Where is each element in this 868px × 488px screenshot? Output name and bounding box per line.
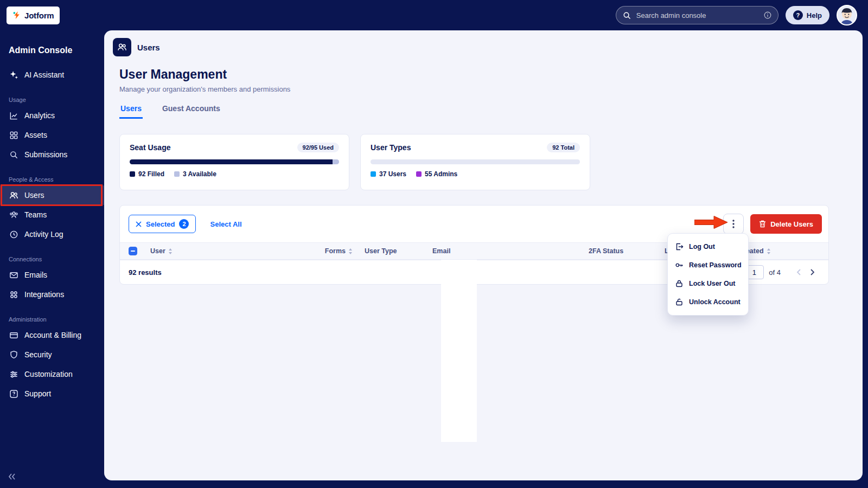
sidebar-item-ai-assistant[interactable]: AI Assistant [0, 65, 104, 85]
sidebar-item-assets[interactable]: Assets [0, 125, 104, 145]
question-icon: ? [793, 10, 803, 20]
sparkle-icon [9, 70, 18, 80]
help-label: Help [807, 11, 822, 20]
shield-icon [9, 350, 18, 359]
kebab-icon [732, 220, 735, 228]
sidebar-section-administration: Administration [9, 316, 95, 323]
header-2fa-status: 2FA Status [584, 247, 660, 255]
header-email: Email [428, 247, 584, 255]
unlock-icon [675, 298, 684, 306]
header-user[interactable]: User [146, 247, 301, 255]
user-types-title: User Types [371, 143, 411, 152]
next-page-button[interactable] [806, 265, 820, 279]
legend-available: 3 Available [174, 170, 216, 178]
sidebar-item-analytics[interactable]: Analytics [0, 106, 104, 125]
user-types-card: User Types 92 Total 37 Users 55 Admins [360, 134, 590, 190]
jotform-logo-icon [12, 11, 21, 20]
submissions-search-icon [9, 150, 18, 159]
support-icon [9, 389, 18, 399]
sidebar-item-teams[interactable]: Teams [0, 205, 104, 224]
page-subtitle: Manage your organization's members and p… [119, 85, 863, 93]
sidebar-item-customization[interactable]: Customization [0, 364, 104, 384]
close-icon [136, 221, 142, 227]
menu-item-lock-user-out[interactable]: Lock User Out [668, 274, 748, 293]
menu-item-reset-password[interactable]: Reset Password [668, 256, 748, 274]
billing-card-icon [9, 330, 18, 340]
legend-admins: 55 Admins [416, 170, 457, 178]
seat-usage-title: Seat Usage [130, 143, 170, 152]
activity-log-icon [9, 229, 18, 239]
search-input[interactable] [635, 11, 760, 20]
page-title: User Management [119, 67, 863, 82]
breadcrumb-label: Users [137, 43, 160, 52]
users-page-icon [113, 38, 131, 56]
select-all-checkbox[interactable] [129, 247, 137, 255]
header-user-type: User Type [360, 247, 428, 255]
logo-text: Jotform [24, 11, 54, 20]
collapse-sidebar-button[interactable] [8, 473, 16, 480]
sidebar-item-security[interactable]: Security [0, 345, 104, 364]
envelope-icon [9, 270, 18, 280]
teams-icon [9, 210, 18, 220]
sidebar-section-people: People & Access [9, 176, 95, 183]
integrations-icon [9, 290, 18, 299]
logout-icon [675, 242, 684, 251]
seat-usage-badge: 92/95 Used [297, 143, 339, 152]
sidebar-item-support[interactable]: Support [0, 384, 104, 403]
selected-count-badge: 2 [179, 219, 189, 229]
trash-icon [759, 220, 766, 228]
search-bar[interactable] [616, 6, 778, 24]
user-avatar[interactable] [837, 5, 857, 25]
sort-icon [348, 248, 353, 254]
sidebar-item-activity-log[interactable]: Activity Log [0, 224, 104, 244]
menu-item-log-out[interactable]: Log Out [668, 237, 748, 256]
sort-icon [767, 248, 771, 254]
help-button[interactable]: ? Help [786, 6, 829, 24]
jotform-logo[interactable]: Jotform [7, 7, 60, 24]
email-redaction-overlay [441, 260, 477, 442]
delete-users-button[interactable]: Delete Users [750, 214, 822, 234]
legend-filled: 92 Filled [130, 170, 164, 178]
user-types-badge: 92 Total [547, 143, 580, 152]
search-icon [623, 11, 631, 20]
clear-selection-button[interactable]: Selected 2 [129, 215, 196, 233]
sidebar-item-integrations[interactable]: Integrations [0, 285, 104, 304]
sidebar-item-account-billing[interactable]: Account & Billing [0, 325, 104, 345]
bulk-actions-menu-button[interactable] [723, 214, 744, 234]
select-all-link[interactable]: Select All [210, 220, 241, 228]
menu-item-unlock-account[interactable]: Unlock Account [668, 293, 748, 311]
previous-page-button[interactable] [792, 265, 806, 279]
results-count: 92 results [129, 268, 162, 277]
summary-cards: Seat Usage 92/95 Used 92 Filled 3 Availa… [119, 134, 863, 190]
analytics-icon [9, 111, 18, 120]
sidebar-item-emails[interactable]: Emails [0, 265, 104, 285]
seat-usage-card: Seat Usage 92/95 Used 92 Filled 3 Availa… [119, 134, 349, 190]
seat-usage-bar [130, 159, 339, 164]
sidebar-section-connections: Connections [9, 256, 95, 262]
row-actions-dropdown: Log Out Reset Password Lock User Out Unl… [667, 233, 749, 316]
sidebar-item-submissions[interactable]: Submissions [0, 145, 104, 164]
reset-password-icon [675, 261, 684, 269]
legend-users: 37 Users [371, 170, 406, 178]
sidebar-title: Admin Console [9, 46, 95, 55]
sidebar-section-usage: Usage [9, 97, 95, 103]
sort-icon [168, 248, 173, 254]
breadcrumb: Users [113, 38, 863, 56]
main-panel: Users User Management Manage your organi… [104, 30, 863, 480]
user-types-bar [371, 159, 580, 164]
info-icon [764, 11, 771, 19]
page-of-label: of 4 [769, 268, 781, 277]
tab-users[interactable]: Users [119, 104, 143, 119]
header-forms[interactable]: Forms [301, 247, 360, 255]
tab-bar: Users Guest Accounts [119, 104, 863, 119]
assets-icon [9, 130, 18, 140]
sidebar: Admin Console AI Assistant Usage Analyti… [0, 30, 104, 488]
sidebar-item-users[interactable]: Users [0, 185, 104, 205]
customization-icon [9, 369, 18, 379]
topbar: Jotform ? Help [0, 0, 868, 30]
users-icon [9, 190, 18, 200]
lock-icon [675, 279, 684, 288]
tab-guest-accounts[interactable]: Guest Accounts [161, 104, 221, 119]
